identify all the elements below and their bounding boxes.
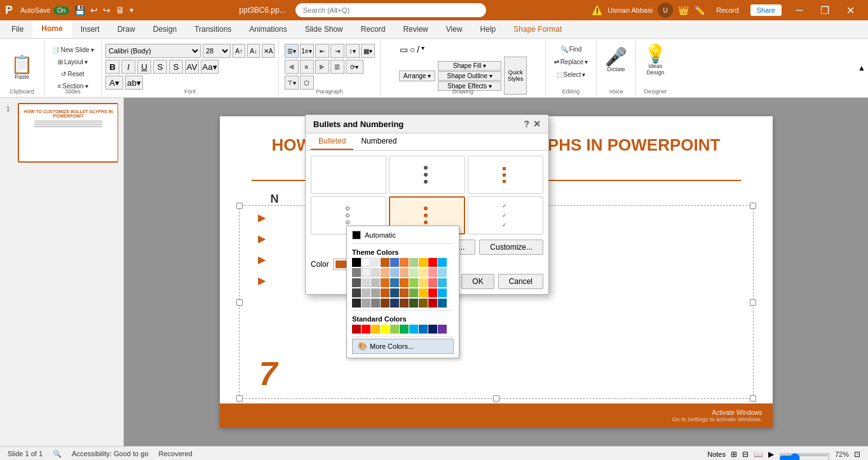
align-right-button[interactable]: ⫸	[315, 60, 329, 74]
tab-insert[interactable]: Insert	[72, 20, 109, 38]
find-button[interactable]: 🔍 Find	[551, 44, 592, 55]
t2-7[interactable]	[409, 268, 418, 277]
minimize-button[interactable]: ─	[787, 0, 812, 20]
t4-6[interactable]	[400, 288, 409, 297]
color-black[interactable]	[352, 258, 361, 267]
handle-bottom-left[interactable]	[236, 395, 243, 402]
slide-sorter-button[interactable]: ⊟	[742, 450, 749, 459]
fit-slide-button[interactable]: ⊡	[854, 450, 860, 459]
arrange-button[interactable]: Arrange ▾	[399, 71, 435, 81]
sc-10[interactable]	[438, 325, 447, 334]
tab-design[interactable]: Design	[144, 20, 186, 38]
new-slide-button[interactable]: 📑 New Slide ▾	[48, 44, 97, 55]
t5-4[interactable]	[381, 299, 390, 308]
slide-thumbnail[interactable]: HOW TO CUSTOMIZE BULLET GLYPHS IN POWERP…	[18, 103, 118, 163]
numbering-button[interactable]: 1≡▾	[300, 44, 314, 58]
strikethrough-button[interactable]: S	[153, 60, 167, 74]
bullet-checkmark[interactable]: ✓ ✓ ✓	[468, 196, 543, 234]
char-spacing-button[interactable]: AV	[185, 60, 199, 74]
color-red1[interactable]	[428, 258, 437, 267]
t5-10[interactable]	[438, 299, 447, 308]
t3-3[interactable]	[371, 278, 380, 287]
share-button[interactable]: Share	[750, 4, 782, 16]
decrease-indent-button[interactable]: ⇤	[315, 44, 329, 58]
font-size-select[interactable]: 28	[203, 44, 231, 58]
tab-file[interactable]: File	[3, 20, 32, 38]
more-colors-button[interactable]: 🎨 More Colors...	[352, 339, 454, 354]
ok-button[interactable]: OK	[461, 274, 494, 289]
color-ltblue1[interactable]	[438, 258, 447, 267]
t5-5[interactable]	[390, 299, 399, 308]
color-yellow1[interactable]	[419, 258, 428, 267]
t5-9[interactable]	[428, 299, 437, 308]
paste-button[interactable]: 📋 Paste	[6, 49, 37, 87]
color-lgray[interactable]	[371, 258, 380, 267]
tab-review[interactable]: Review	[394, 20, 437, 38]
dialog-tab-numbered[interactable]: Numbered	[353, 133, 404, 150]
handle-bottom-right[interactable]	[750, 395, 756, 402]
sc-2[interactable]	[362, 325, 370, 334]
tab-help[interactable]: Help	[471, 20, 505, 38]
font-color-button[interactable]: A▾	[105, 76, 123, 90]
t2-9[interactable]	[428, 268, 437, 277]
text-align-vert-button[interactable]: ⊤▾	[285, 76, 299, 90]
tab-transitions[interactable]: Transitions	[186, 20, 240, 38]
undo-icon[interactable]: ↩	[90, 5, 98, 15]
customize-button[interactable]: Customize...	[479, 240, 543, 255]
bold-button[interactable]: B	[105, 60, 119, 74]
tab-slideshow[interactable]: Slide Show	[296, 20, 352, 38]
handle-top-right[interactable]	[750, 203, 756, 209]
t5-2[interactable]	[362, 299, 370, 308]
sc-8[interactable]	[419, 325, 428, 334]
smartart-button[interactable]: ⬡	[300, 76, 314, 90]
tab-animations[interactable]: Animations	[240, 20, 295, 38]
t3-4[interactable]	[381, 278, 390, 287]
automatic-color-option[interactable]: Automatic	[349, 229, 456, 241]
tab-view[interactable]: View	[437, 20, 471, 38]
t4-5[interactable]	[390, 288, 399, 297]
notes-button[interactable]: Notes	[707, 450, 726, 458]
t3-8[interactable]	[419, 278, 428, 287]
t4-7[interactable]	[409, 288, 418, 297]
bullet-orange-square[interactable]	[468, 156, 543, 194]
font-family-select[interactable]: Calibri (Body)	[105, 44, 201, 58]
t4-8[interactable]	[419, 288, 428, 297]
autosave-toggle[interactable]: AutoSave On	[20, 6, 69, 15]
t2-6[interactable]	[400, 268, 409, 277]
design-ideas-button[interactable]: 💡 Ideas Design	[640, 41, 671, 79]
save-icon[interactable]: 💾	[74, 5, 85, 15]
search-input[interactable]	[295, 3, 486, 17]
italic-button[interactable]: I	[121, 60, 135, 74]
close-button[interactable]: ✕	[837, 0, 863, 20]
sc-3[interactable]	[371, 325, 380, 334]
select-button[interactable]: ⬚ Select ▾	[551, 69, 592, 80]
t2-10[interactable]	[438, 268, 447, 277]
highlight-button[interactable]: ab▾	[125, 76, 143, 90]
restore-button[interactable]: ❐	[812, 0, 837, 20]
dialog-tab-bulleted[interactable]: Bulleted	[311, 133, 353, 150]
t2-4[interactable]	[381, 268, 390, 277]
sc-7[interactable]	[409, 325, 418, 334]
reset-button[interactable]: ↺ Reset	[58, 69, 87, 79]
cancel-button[interactable]: Cancel	[498, 274, 543, 289]
line-spacing-button[interactable]: ↕▾	[346, 44, 360, 58]
tab-record[interactable]: Record	[352, 20, 395, 38]
reading-view-button[interactable]: 📖	[754, 450, 763, 459]
shape-rect-icon[interactable]: ▭	[399, 44, 409, 55]
clear-formatting-button[interactable]: ✕A	[262, 44, 275, 58]
t4-10[interactable]	[438, 288, 447, 297]
sc-1[interactable]	[352, 325, 361, 334]
layout-button[interactable]: ⊞ Layout ▾	[55, 57, 91, 67]
t5-7[interactable]	[409, 299, 418, 308]
shape-fill-button[interactable]: Shape Fill ▾	[438, 61, 501, 71]
t5-1[interactable]	[352, 299, 361, 308]
bullet-none[interactable]	[311, 156, 386, 194]
bullet-filled-circle[interactable]	[389, 156, 465, 194]
t3-6[interactable]	[400, 278, 409, 287]
handle-middle-right[interactable]	[750, 299, 756, 306]
present-icon[interactable]: 🖥	[116, 5, 125, 15]
ribbon-collapse-button[interactable]: ▲	[855, 61, 868, 75]
change-case-button[interactable]: Aa▾	[201, 60, 219, 74]
color-orange1[interactable]	[381, 258, 390, 267]
handle-middle-left[interactable]	[236, 299, 243, 306]
